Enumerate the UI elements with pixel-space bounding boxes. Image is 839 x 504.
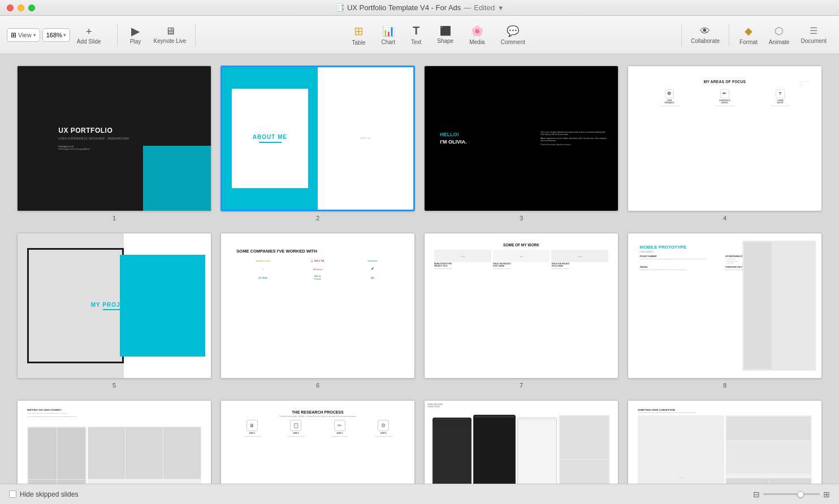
slide-item-5[interactable]: MY PROJECTS 5 — [17, 233, 211, 389]
separator-3 — [681, 24, 682, 46]
text-icon: T — [413, 24, 419, 37]
slide-num-4: 4 — [723, 215, 726, 221]
slide-4-title: MY AREAS OF FOCUS — [642, 80, 808, 84]
slide-5-line — [103, 309, 126, 310]
toolbar: ⊞ View ▾ 168% ▾ Add Slide ▶ Play 🖥 Keyno… — [0, 16, 839, 54]
slide-item-12[interactable]: SOMETHING HERE LOREM IPSUM Lorem ipsum d… — [628, 400, 822, 484]
document-icon: ☰ — [810, 25, 818, 36]
slide-item-4[interactable]: MY AREAS OF FOCUS ⚙ USERRESEARCH Lorem i… — [628, 66, 822, 221]
slide-2-body: ( ABOUT ME — [318, 67, 413, 210]
chart-icon: 📊 — [382, 25, 395, 37]
slide-item-2[interactable]: ABOUT ME ( ABOUT ME 2 — [220, 66, 415, 221]
slide-6-logo-instacart: instacart — [346, 257, 399, 264]
zoom-slider[interactable] — [763, 493, 820, 495]
hide-skipped-checkbox[interactable] — [9, 490, 16, 498]
keynote-icon: 📑 — [335, 3, 344, 12]
slide-6-logo-nike: ✓ — [346, 266, 399, 272]
slide-2-title: ABOUT ME — [253, 134, 287, 140]
slide-thumb-9[interactable]: MAPPING THE USER JOURNEY I used these sc… — [17, 400, 211, 484]
animate-button[interactable]: ⬡ Animate — [763, 23, 795, 47]
toolbar-center: ⊞ Table 📊 Chart T Text ⬛ Shape 🌸 Media 💬… — [200, 22, 676, 48]
slide-9-title: MAPPING THE USER JOURNEY — [27, 409, 201, 411]
slide-thumb-7[interactable]: SOME OF MY WORK img MOBILE PROTOTYPEPROJ… — [424, 233, 619, 379]
slide-thumb-8[interactable]: MOBILE PROTOTYPE CLIENT: MOBILE PROJECT … — [628, 233, 822, 379]
window-title: 📑 UX Portfolio Template V4 - For Ads — E… — [335, 3, 504, 12]
hide-skipped-container: Hide skipped slides — [9, 490, 78, 498]
slide-item-9[interactable]: MAPPING THE USER JOURNEY I used these sc… — [17, 400, 211, 484]
slide-item-10[interactable]: THE RESEARCH PROCESS Text about these st… — [220, 400, 415, 484]
animate-icon: ⬡ — [775, 25, 784, 37]
slide-6-title: SOME COMPANIES I'VE WORKED WITH — [236, 249, 399, 254]
media-button[interactable]: 🌸 Media — [461, 23, 492, 47]
zoom-out-icon[interactable]: ⊟ — [753, 490, 760, 499]
slide-item-6[interactable]: SOME COMPANIES I'VE WORKED WITH amazon.c… — [220, 233, 415, 389]
slide-num-6: 6 — [316, 382, 319, 389]
slide-6-logo-amazon: amazon.com — [236, 257, 289, 264]
view-button[interactable]: ⊞ View ▾ — [7, 28, 40, 42]
slide-num-3: 3 — [520, 215, 523, 221]
format-button[interactable]: ◆ Format — [734, 23, 763, 47]
zoom-button[interactable]: 168% ▾ — [42, 28, 70, 42]
slide-thumb-2[interactable]: ABOUT ME ( ABOUT ME — [220, 66, 415, 211]
zoom-slider-thumb[interactable] — [797, 491, 804, 498]
table-button[interactable]: ⊞ Table — [344, 22, 374, 48]
keynote-live-button[interactable]: 🖥 Keynote Live — [149, 24, 191, 46]
slide-item-3[interactable]: HELLO! I'M OLIVIA. This is your compass … — [424, 66, 619, 221]
add-slide-icon — [86, 25, 92, 37]
slide-5-title: MY PROJECTS — [91, 302, 138, 308]
slide-item-11[interactable]: Mobile Prototype Section 1 Section 2 Sec… — [424, 400, 619, 484]
play-icon: ▶ — [131, 25, 140, 37]
slide-thumb-10[interactable]: THE RESEARCH PROCESS Text about these st… — [220, 400, 415, 484]
slide-grid: UX PORTFOLIO USER EXPERIENCE DESIGNER · … — [17, 66, 822, 484]
slide-thumb-1[interactable]: UX PORTFOLIO USER EXPERIENCE DESIGNER · … — [17, 66, 211, 211]
shape-button[interactable]: ⬛ Shape — [429, 23, 461, 46]
slide-1-subtitle: USER EXPERIENCE DESIGNER · RESEARCHER — [58, 137, 170, 140]
slide-1-footer: PREPARED FORUX Designer hire at CompanyN… — [58, 146, 170, 150]
slide-item-1[interactable]: UX PORTFOLIO USER EXPERIENCE DESIGNER · … — [17, 66, 211, 221]
title-bar: 📑 UX Portfolio Template V4 - For Ads — E… — [0, 0, 839, 16]
document-button[interactable]: ☰ Document — [795, 23, 832, 46]
toolbar-right: ◆ Format ⬡ Animate ☰ Document — [734, 23, 832, 47]
slide-thumb-6[interactable]: SOME COMPANIES I'VE WORKED WITH amazon.c… — [220, 233, 415, 379]
slide-panel[interactable]: UX PORTFOLIO USER EXPERIENCE DESIGNER · … — [0, 54, 839, 484]
maximize-button[interactable] — [28, 5, 35, 11]
slide-num-5: 5 — [113, 382, 116, 389]
slide-3-name: I'M OLIVIA. — [440, 139, 515, 145]
slide-6-logo-infusion: InFusion — [291, 266, 344, 272]
play-button[interactable]: ▶ Play — [122, 23, 149, 47]
slide-6-logo-lyft: lyft — [346, 274, 399, 281]
collaborate-button[interactable]: 👁 Collaborate — [686, 24, 724, 46]
chart-button[interactable]: 📊 Chart — [373, 23, 403, 47]
slide-thumb-3[interactable]: HELLO! I'M OLIVIA. This is your compass … — [424, 66, 619, 211]
separator-1 — [117, 24, 118, 46]
slide-3-hello: HELLO! — [440, 132, 515, 138]
slide-num-2: 2 — [316, 215, 319, 221]
format-icon: ◆ — [745, 25, 752, 37]
slide-item-8[interactable]: MOBILE PROTOTYPE CLIENT: MOBILE PROJECT … — [628, 233, 822, 389]
slide-12-title: SOMETHING HERE LOREM IPSUM — [638, 409, 812, 411]
slide-item-7[interactable]: SOME OF MY WORK img MOBILE PROTOTYPEPROJ… — [424, 233, 619, 389]
hide-skipped-label: Hide skipped slides — [20, 490, 78, 498]
add-slide-button[interactable]: Add Slide — [72, 23, 106, 47]
slide-thumb-4[interactable]: MY AREAS OF FOCUS ⚙ USERRESEARCH Lorem i… — [628, 66, 822, 211]
slide-thumb-11[interactable]: Mobile Prototype Section 1 Section 2 Sec… — [424, 400, 619, 484]
slide-6-logo-wholefoods: WholeFoods — [291, 274, 344, 281]
table-icon: ⊞ — [354, 24, 364, 38]
view-icon: ⊞ — [11, 31, 16, 39]
collaborate-icon: 👁 — [700, 26, 710, 36]
close-button[interactable] — [7, 5, 14, 11]
slide-thumb-5[interactable]: MY PROJECTS — [17, 233, 211, 379]
slide-3-text: This is your compass statement lorem ips… — [540, 131, 608, 136]
separator-2 — [195, 24, 196, 46]
zoom-in-icon[interactable]: ⊞ — [823, 490, 830, 499]
toolbar-left: ⊞ View ▾ 168% ▾ Add Slide — [7, 23, 106, 47]
minimize-button[interactable] — [18, 5, 24, 11]
comment-button[interactable]: 💬 Comment — [492, 23, 533, 47]
slide-1-title: UX PORTFOLIO — [58, 127, 170, 134]
slide-num-8: 8 — [723, 382, 726, 389]
text-button[interactable]: T Text — [403, 22, 429, 47]
slide-10-title: THE RESEARCH PROCESS — [231, 410, 405, 414]
comment-icon: 💬 — [507, 25, 519, 37]
slide-6-logo-citibike: Citi Bike — [236, 274, 289, 281]
slide-thumb-12[interactable]: SOMETHING HERE LOREM IPSUM Lorem ipsum d… — [628, 400, 822, 484]
